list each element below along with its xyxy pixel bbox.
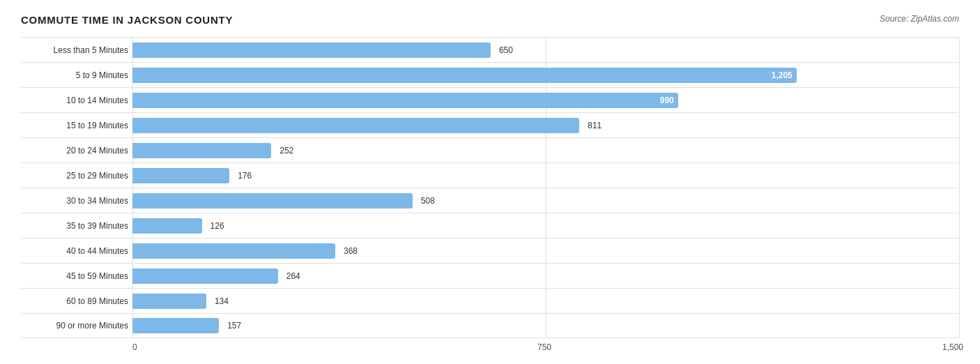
bar-fill bbox=[132, 193, 413, 208]
bar-track: 650 bbox=[132, 38, 959, 62]
bar-fill bbox=[132, 268, 278, 284]
grid-line bbox=[546, 289, 546, 313]
bars-container: Less than 5 Minutes6505 to 9 Minutes1,20… bbox=[21, 37, 959, 338]
bar-track: 368 bbox=[132, 238, 959, 263]
bar-track: 990 bbox=[132, 88, 959, 112]
grid-line bbox=[959, 163, 960, 188]
bar-track: 508 bbox=[132, 188, 959, 213]
bar-value: 990 bbox=[660, 96, 674, 105]
x-axis-label: 750 bbox=[537, 342, 551, 352]
bar-row: 40 to 44 Minutes368 bbox=[21, 238, 959, 263]
grid-line bbox=[959, 289, 960, 313]
bar-fill bbox=[132, 243, 335, 259]
bar-fill bbox=[132, 218, 202, 234]
bar-row: 20 to 24 Minutes252 bbox=[21, 137, 959, 162]
chart-title: COMMUTE TIME IN JACKSON COUNTY bbox=[21, 14, 233, 26]
grid-line bbox=[546, 38, 546, 62]
bar-row: 60 to 89 Minutes134 bbox=[21, 288, 959, 313]
grid-line bbox=[546, 188, 546, 213]
bar-label: Less than 5 Minutes bbox=[21, 45, 132, 55]
bar-value: 157 bbox=[227, 321, 241, 331]
bar-value: 264 bbox=[286, 271, 300, 281]
bar-row: 90 or more Minutes157 bbox=[21, 313, 959, 338]
grid-line bbox=[959, 38, 960, 62]
source-label: Source: ZipAtlas.com bbox=[880, 14, 959, 24]
grid-line bbox=[546, 213, 546, 238]
bar-label: 5 to 9 Minutes bbox=[21, 70, 132, 80]
bar-row: 45 to 59 Minutes264 bbox=[21, 263, 959, 288]
bar-value: 1,205 bbox=[772, 70, 793, 80]
chart-area: Less than 5 Minutes6505 to 9 Minutes1,20… bbox=[21, 37, 959, 341]
bar-track: 811 bbox=[132, 113, 959, 137]
bar-label: 25 to 29 Minutes bbox=[21, 171, 132, 181]
grid-line bbox=[959, 188, 960, 213]
bar-track: 126 bbox=[132, 213, 959, 238]
grid-line bbox=[546, 238, 546, 263]
grid-line bbox=[959, 264, 960, 288]
bar-fill bbox=[132, 318, 219, 333]
bar-row: 15 to 19 Minutes811 bbox=[21, 112, 959, 137]
grid-line bbox=[959, 213, 960, 238]
bar-track: 176 bbox=[132, 163, 959, 188]
bar-track: 157 bbox=[132, 314, 959, 338]
bar-value: 126 bbox=[210, 221, 224, 231]
grid-line bbox=[959, 238, 960, 263]
bar-fill: 1,205 bbox=[132, 68, 797, 83]
grid-line bbox=[546, 163, 546, 188]
bar-label: 40 to 44 Minutes bbox=[21, 246, 132, 256]
grid-line bbox=[959, 88, 960, 112]
bar-fill bbox=[132, 143, 271, 158]
bar-row: 10 to 14 Minutes990 bbox=[21, 87, 959, 112]
grid-line bbox=[546, 264, 546, 288]
bar-track: 1,205 bbox=[132, 63, 959, 87]
bar-label: 30 to 34 Minutes bbox=[21, 196, 132, 206]
bar-fill bbox=[132, 168, 229, 183]
bar-row: 30 to 34 Minutes508 bbox=[21, 188, 959, 213]
bar-label: 10 to 14 Minutes bbox=[21, 96, 132, 105]
bar-fill bbox=[132, 118, 579, 133]
bar-value: 176 bbox=[238, 171, 252, 181]
bar-value: 252 bbox=[280, 146, 293, 156]
bar-label: 20 to 24 Minutes bbox=[21, 146, 132, 156]
grid-line bbox=[959, 314, 960, 338]
bar-row: 25 to 29 Minutes176 bbox=[21, 162, 959, 188]
grid-line bbox=[546, 314, 546, 338]
bar-value: 650 bbox=[499, 45, 513, 55]
grid-line bbox=[959, 138, 960, 162]
grid-line bbox=[546, 138, 546, 162]
bar-label: 35 to 39 Minutes bbox=[21, 221, 132, 231]
bar-label: 15 to 19 Minutes bbox=[21, 121, 132, 130]
bar-label: 60 to 89 Minutes bbox=[21, 296, 132, 306]
bar-fill: 990 bbox=[132, 93, 678, 108]
bar-value: 368 bbox=[344, 246, 358, 256]
bar-fill bbox=[132, 294, 206, 309]
bar-row: Less than 5 Minutes650 bbox=[21, 37, 959, 62]
bar-label: 45 to 59 Minutes bbox=[21, 271, 132, 281]
bar-value: 134 bbox=[215, 296, 229, 306]
bar-track: 134 bbox=[132, 289, 959, 313]
grid-line bbox=[959, 113, 960, 137]
bar-fill bbox=[132, 43, 491, 58]
bar-row: 5 to 9 Minutes1,205 bbox=[21, 62, 959, 87]
grid-line bbox=[959, 63, 960, 87]
bar-row: 35 to 39 Minutes126 bbox=[21, 213, 959, 238]
bar-value: 811 bbox=[588, 121, 602, 130]
bar-track: 264 bbox=[132, 264, 959, 288]
bar-value: 508 bbox=[421, 196, 435, 206]
bar-track: 252 bbox=[132, 138, 959, 162]
x-axis-label: 0 bbox=[132, 342, 137, 352]
x-axis-label: 1,500 bbox=[942, 342, 963, 352]
bar-label: 90 or more Minutes bbox=[21, 321, 132, 331]
